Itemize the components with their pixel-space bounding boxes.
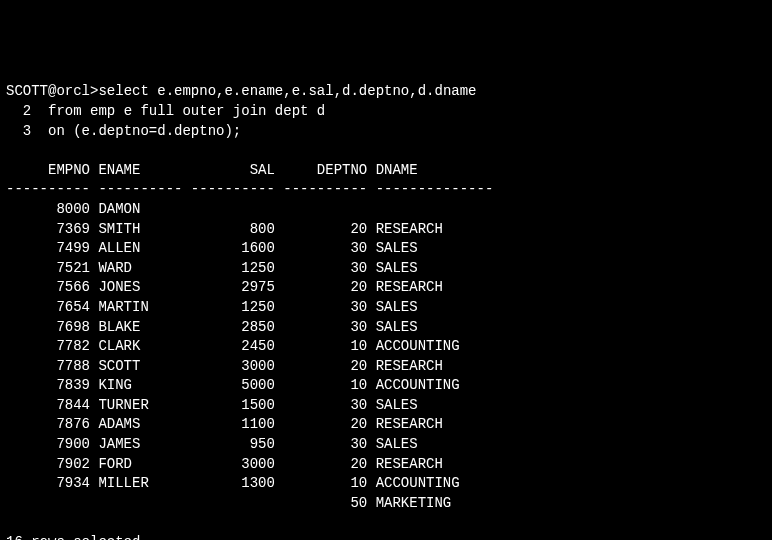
result-header: EMPNO ENAME SAL DEPTNO DNAME	[6, 162, 418, 178]
sql-prompt[interactable]: SCOTT@orcl>select e.empno,e.ename,e.sal,…	[6, 83, 476, 99]
sql-continuation-line: 3 on (e.deptno=d.deptno);	[6, 123, 241, 139]
result-footer: 16 rows selected.	[6, 534, 149, 540]
result-rows: 8000 DAMON 7369 SMITH 800 20 RESEARCH 74…	[6, 201, 460, 511]
result-separator: ---------- ---------- ---------- -------…	[6, 181, 493, 197]
sql-terminal-output: SCOTT@orcl>select e.empno,e.ename,e.sal,…	[6, 82, 766, 540]
sql-continuation-line: 2 from emp e full outer join dept d	[6, 103, 325, 119]
